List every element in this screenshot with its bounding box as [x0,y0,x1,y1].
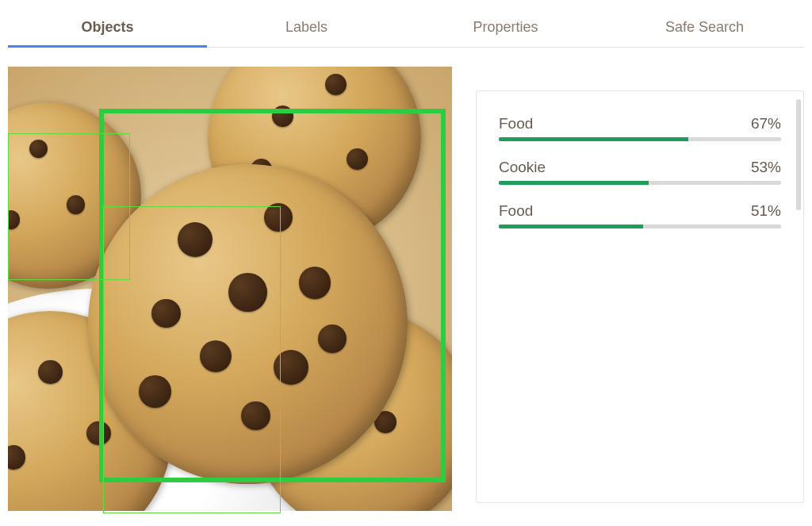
result-bar [499,137,781,141]
result-bar [499,225,781,228]
uploaded-image [8,67,452,511]
result-row: Food51% [499,202,781,220]
result-bar-fill [499,225,643,228]
tab-properties[interactable]: Properties [406,8,605,47]
result-label: Food [499,202,533,220]
tab-labels[interactable]: Labels [207,8,406,47]
result-bar-fill [499,181,649,185]
scrollbar[interactable] [796,99,801,210]
results-list: Food67%Cookie53%Food51% [499,115,781,228]
tab-objects[interactable]: Objects [8,8,207,47]
tab-safe-search[interactable]: Safe Search [605,8,804,47]
results-panel: Food67%Cookie53%Food51% [476,90,804,503]
image-preview-panel [8,67,452,511]
tab-bar: Objects Labels Properties Safe Search [8,8,804,48]
result-bar [499,181,781,185]
result-label: Cookie [499,159,546,176]
result-percent: 53% [751,159,781,176]
result-label: Food [499,115,533,132]
result-row: Food67% [499,115,781,132]
result-percent: 51% [751,202,781,220]
content-area: Food67%Cookie53%Food51% [8,67,804,511]
result-row: Cookie53% [499,159,781,176]
result-bar-fill [499,137,688,141]
result-percent: 67% [751,115,781,132]
